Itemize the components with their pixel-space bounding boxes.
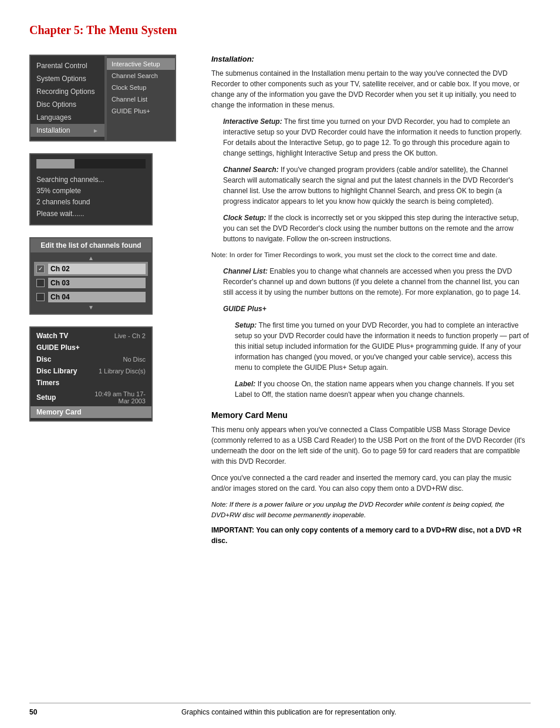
memory-card-body: Once you've connected a the card reader … <box>211 473 531 494</box>
installation-menu-group: Parental Control System Options Recordin… <box>29 55 194 141</box>
channel-list-scroll: ▲ ✓ Ch 02 Ch 03 Ch 04 ▼ <box>31 252 151 314</box>
channel-name-ch04: Ch 04 <box>48 292 146 302</box>
search-line-2: 35% complete <box>36 186 146 197</box>
nav-item-watch-tv[interactable]: Watch TV Live - Ch 2 <box>31 330 151 342</box>
channel-list-body: Enables you to change what channels are … <box>223 267 521 296</box>
guide-plus-label-text: Label: If you choose On, the station nam… <box>235 379 531 400</box>
channel-row-ch02[interactable]: ✓ Ch 02 <box>34 262 148 276</box>
nav-label-disc: Disc <box>36 355 89 363</box>
nav-value-disc-library: 1 Library Disc(s) <box>99 368 146 375</box>
memory-card-important: IMPORTANT: You can only copy contents of… <box>211 525 531 546</box>
menu-item-parental-control[interactable]: Parental Control <box>31 59 104 72</box>
footer-text: Graphics contained within this publicati… <box>47 708 531 716</box>
nav-label-timers: Timers <box>36 379 89 387</box>
channel-name-ch03: Ch 03 <box>48 278 146 288</box>
submenu-item-interactive-setup[interactable]: Interactive Setup <box>107 58 175 70</box>
channel-search-status: Searching channels... 35% complete 2 cha… <box>36 174 146 220</box>
guide-plus-label-body: If you choose On, the station name appea… <box>235 380 514 399</box>
nav-label-watch-tv: Watch TV <box>36 332 89 340</box>
main-menu-box: Parental Control System Options Recordin… <box>29 55 106 141</box>
search-line-4: Please wait...... <box>36 208 146 220</box>
nav-item-disc-library[interactable]: Disc Library 1 Library Disc(s) <box>31 365 151 377</box>
nav-value-setup: 10:49 am Thu 17-Mar 2003 <box>89 390 146 405</box>
submenu-item-channel-list[interactable]: Channel List <box>107 93 175 105</box>
interactive-setup-section: Interactive Setup: The first time you tu… <box>223 116 531 159</box>
submenu-item-clock-setup[interactable]: Clock Setup <box>107 82 175 93</box>
search-line-1: Searching channels... <box>36 174 146 186</box>
footer-page-number: 50 <box>29 708 47 716</box>
menu-item-installation[interactable]: Installation ► <box>31 124 104 137</box>
progress-bar-container <box>36 159 146 168</box>
guide-plus-section: GUIDE Plus+ Setup: The first time you tu… <box>223 304 531 400</box>
main-content: Parental Control System Options Recordin… <box>29 55 531 546</box>
nav-item-memory-card[interactable]: Memory Card <box>31 406 151 418</box>
menu-item-languages[interactable]: Languages <box>31 111 104 124</box>
search-line-3: 2 channels found <box>36 197 146 208</box>
nav-label-disc-library: Disc Library <box>36 367 89 375</box>
scroll-down-icon: ▼ <box>34 304 148 311</box>
channel-row-ch04[interactable]: Ch 04 <box>34 290 148 304</box>
submenu-arrow-icon: ► <box>93 127 99 134</box>
progress-bar-fill <box>36 159 75 168</box>
page-container: Chapter 5: The Menu System Parental Cont… <box>0 0 560 581</box>
nav-item-disc[interactable]: Disc No Disc <box>31 353 151 365</box>
channel-search-text: Channel Search: If you've changed progra… <box>223 164 531 207</box>
guide-plus-setup-body: The first time you turned on your DVD Re… <box>235 321 529 372</box>
menu-item-disc-options[interactable]: Disc Options <box>31 98 104 111</box>
nav-menu-box: Watch TV Live - Ch 2 GUIDE Plus+ Disc No… <box>29 326 153 422</box>
memory-card-intro: This menu only appears when you've conne… <box>211 424 531 467</box>
channel-list-section: Channel List: Enables you to change what… <box>223 266 531 298</box>
channel-name-ch02: Ch 02 <box>48 264 146 274</box>
guide-plus-setup-text: Setup: The first time you turned on your… <box>235 320 531 373</box>
submenu-item-channel-search[interactable]: Channel Search <box>107 70 175 82</box>
scroll-up-icon: ▲ <box>34 255 148 262</box>
channel-checkbox-ch03[interactable] <box>36 279 45 287</box>
page-footer: 50 Graphics contained within this public… <box>29 703 531 716</box>
installation-header: Installation: <box>211 55 531 63</box>
right-column: Installation: The submenus contained in … <box>211 55 531 546</box>
menu-item-recording-options[interactable]: Recording Options <box>31 85 104 98</box>
menu-item-system-options[interactable]: System Options <box>31 72 104 85</box>
channel-list-header: Edit the list of channels found <box>31 238 151 252</box>
channel-search-box: Searching channels... 35% complete 2 cha… <box>29 153 153 225</box>
clock-setup-body: If the clock is incorrectly set or you s… <box>223 214 519 243</box>
nav-label-guide-plus: GUIDE Plus+ <box>36 343 89 352</box>
clock-setup-section: Clock Setup: If the clock is incorrectly… <box>223 213 531 244</box>
guide-plus-setup-subsection: Setup: The first time you turned on your… <box>235 320 531 400</box>
nav-value-disc: No Disc <box>123 356 146 363</box>
left-column: Parental Control System Options Recordin… <box>29 55 194 546</box>
submenu-item-guide-plus[interactable]: GUIDE Plus+ <box>107 105 175 117</box>
note1: Note: In order for Timer Recordings to w… <box>211 250 531 260</box>
memory-card-section-title: Memory Card Menu <box>211 410 531 420</box>
nav-label-memory-card: Memory Card <box>36 408 89 416</box>
channel-checkbox-ch04[interactable] <box>36 293 45 301</box>
nav-label-setup: Setup <box>36 393 89 402</box>
channel-search-section: Channel Search: If you've changed progra… <box>223 164 531 207</box>
installation-intro: The submenus contained in the Installati… <box>211 68 531 110</box>
nav-item-timers[interactable]: Timers <box>31 377 151 389</box>
chapter-title: Chapter 5: The Menu System <box>29 23 531 37</box>
nav-item-setup[interactable]: Setup 10:49 am Thu 17-Mar 2003 <box>31 389 151 406</box>
nav-item-guide-plus[interactable]: GUIDE Plus+ <box>31 342 151 353</box>
channel-list-text: Channel List: Enables you to change what… <box>223 266 531 298</box>
clock-setup-text: Clock Setup: If the clock is incorrectly… <box>223 213 531 244</box>
interactive-setup-text: Interactive Setup: The first time you tu… <box>223 116 531 159</box>
channel-checkbox-ch02[interactable]: ✓ <box>36 265 45 273</box>
guide-plus-label: GUIDE Plus+ <box>223 304 531 314</box>
installation-submenu: Interactive Setup Channel Search Clock S… <box>106 55 176 141</box>
nav-value-watch-tv: Live - Ch 2 <box>114 332 146 339</box>
memory-card-note: Note: If there is a power failure or you… <box>211 500 531 520</box>
channel-list-box: Edit the list of channels found ▲ ✓ Ch 0… <box>29 237 153 315</box>
channel-row-ch03[interactable]: Ch 03 <box>34 276 148 290</box>
